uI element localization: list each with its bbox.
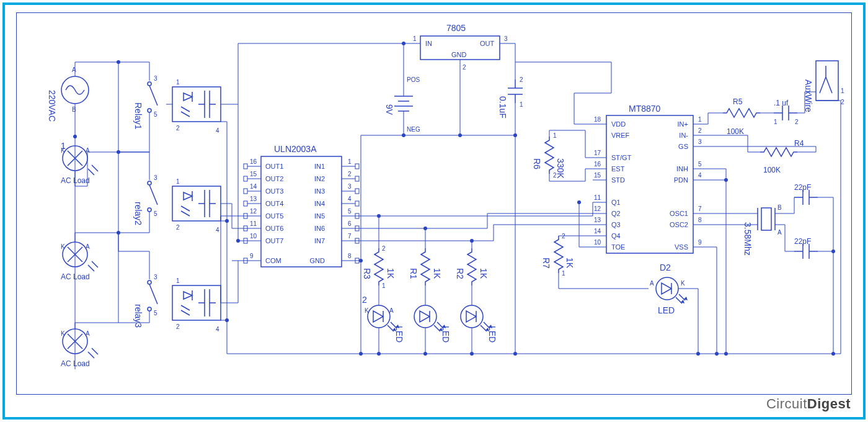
svg-text:STD: STD — [611, 176, 625, 184]
ac-load-3: AC Load KA — [61, 329, 98, 368]
svg-text:4: 4 — [698, 172, 702, 179]
svg-rect-122 — [355, 189, 359, 194]
svg-text:LED: LED — [441, 326, 451, 343]
svg-point-62 — [148, 281, 151, 284]
svg-text:OUT6: OUT6 — [265, 225, 283, 232]
svg-text:8: 8 — [698, 217, 702, 223]
svg-text:3.58Mhz: 3.58Mhz — [743, 222, 753, 256]
svg-text:OUT3: OUT3 — [265, 187, 283, 195]
svg-text:15: 15 — [594, 172, 601, 179]
svg-text:K: K — [61, 330, 65, 337]
svg-text:IN-: IN- — [679, 132, 688, 139]
svg-text:PDN: PDN — [674, 176, 688, 184]
svg-text:B: B — [777, 204, 782, 211]
svg-text:1: 1 — [698, 116, 702, 123]
svg-text:3: 3 — [154, 274, 157, 281]
svg-text:2: 2 — [795, 119, 799, 125]
svg-text:Q3: Q3 — [611, 221, 621, 228]
svg-text:22pF: 22pF — [794, 183, 811, 192]
svg-text:OUT5: OUT5 — [265, 212, 283, 220]
svg-line-63 — [149, 284, 157, 304]
svg-text:5: 5 — [154, 111, 157, 118]
svg-rect-86 — [244, 176, 247, 181]
svg-rect-90 — [244, 189, 247, 194]
svg-text:LED: LED — [487, 326, 497, 343]
svg-text:9: 9 — [250, 253, 254, 259]
svg-rect-82 — [244, 164, 247, 169]
aux-wire: AuxWire 12 — [804, 61, 844, 112]
regulator-7805: 7805 IN OUT GND 1 3 2 — [405, 23, 515, 73]
svg-rect-94 — [244, 201, 247, 206]
svg-text:3: 3 — [348, 183, 352, 190]
svg-text:ST/GT: ST/GT — [611, 154, 632, 161]
relay3: relay3 3 5 1 2 4 — [118, 233, 221, 333]
svg-text:ULN2003A: ULN2003A — [274, 144, 317, 154]
svg-text:A: A — [650, 280, 654, 287]
ac-load-2: AC Load KA — [61, 242, 98, 281]
xtal: 3.58Mhz BA — [743, 204, 782, 256]
svg-text:K: K — [681, 280, 685, 287]
svg-text:1K: 1K — [386, 268, 396, 279]
svg-point-362 — [724, 352, 728, 356]
svg-text:10: 10 — [250, 233, 257, 240]
svg-text:OUT: OUT — [480, 40, 495, 47]
svg-text:R3: R3 — [362, 268, 372, 279]
r6: R6 330K 12 — [532, 132, 565, 179]
svg-text:14: 14 — [594, 228, 601, 235]
svg-text:LED: LED — [394, 326, 404, 343]
status-led-1: R3 1K 2 LED 21 KA — [362, 245, 404, 343]
svg-text:100K: 100K — [763, 166, 781, 174]
svg-point-50 — [148, 208, 151, 212]
watermark-bold: Digest — [807, 396, 851, 411]
svg-text:7805: 7805 — [446, 23, 466, 33]
svg-text:15: 15 — [250, 171, 257, 177]
svg-text:12: 12 — [594, 205, 601, 212]
svg-text:R1: R1 — [409, 268, 418, 279]
svg-text:R2: R2 — [455, 268, 465, 279]
svg-text:0.1uF: 0.1uF — [498, 96, 508, 119]
svg-text:IN6: IN6 — [314, 225, 325, 232]
svg-text:7: 7 — [348, 233, 352, 240]
svg-point-361 — [724, 178, 728, 182]
svg-text:VSS: VSS — [675, 243, 688, 251]
svg-text:1: 1 — [176, 178, 180, 185]
svg-rect-126 — [355, 201, 359, 206]
svg-point-208 — [513, 352, 517, 356]
svg-text:Q2: Q2 — [611, 210, 621, 217]
relay2: relay2 3 5 1 2 4 — [118, 152, 221, 233]
relay1: Relay1 3 5 1 2 4 — [118, 62, 221, 152]
svg-text:D2: D2 — [660, 263, 671, 272]
svg-text:5: 5 — [154, 210, 157, 217]
svg-text:relay3: relay3 — [133, 304, 143, 328]
svg-text:8: 8 — [348, 253, 352, 259]
svg-text:VDD: VDD — [611, 120, 626, 128]
svg-text:TOE: TOE — [611, 243, 625, 251]
svg-text:2: 2 — [176, 323, 180, 330]
svg-text:4: 4 — [216, 227, 219, 233]
svg-text:16: 16 — [250, 158, 257, 165]
svg-text:3: 3 — [154, 75, 157, 82]
svg-text:1: 1 — [562, 270, 565, 277]
svg-point-321 — [423, 227, 427, 230]
svg-text:OSC1: OSC1 — [670, 210, 688, 217]
svg-text:A: A — [777, 229, 782, 236]
svg-rect-118 — [355, 176, 359, 181]
svg-text:18: 18 — [594, 116, 601, 123]
svg-point-378 — [831, 249, 835, 253]
svg-text:5: 5 — [348, 208, 352, 215]
svg-point-48 — [148, 181, 151, 185]
svg-point-157 — [225, 219, 229, 223]
svg-point-190 — [458, 133, 462, 137]
svg-line-49 — [149, 185, 157, 205]
svg-text:2: 2 — [841, 99, 844, 106]
svg-text:2: 2 — [382, 245, 386, 252]
svg-point-205 — [359, 352, 363, 356]
svg-point-323 — [470, 239, 474, 243]
svg-text:INH: INH — [676, 165, 688, 173]
vac-label: 220VAC — [47, 90, 57, 122]
svg-text:1: 1 — [774, 119, 777, 125]
svg-text:2: 2 — [520, 76, 523, 83]
svg-point-319 — [377, 214, 381, 218]
svg-rect-79 — [261, 156, 342, 267]
r7: R7 1K 21 — [541, 233, 575, 277]
